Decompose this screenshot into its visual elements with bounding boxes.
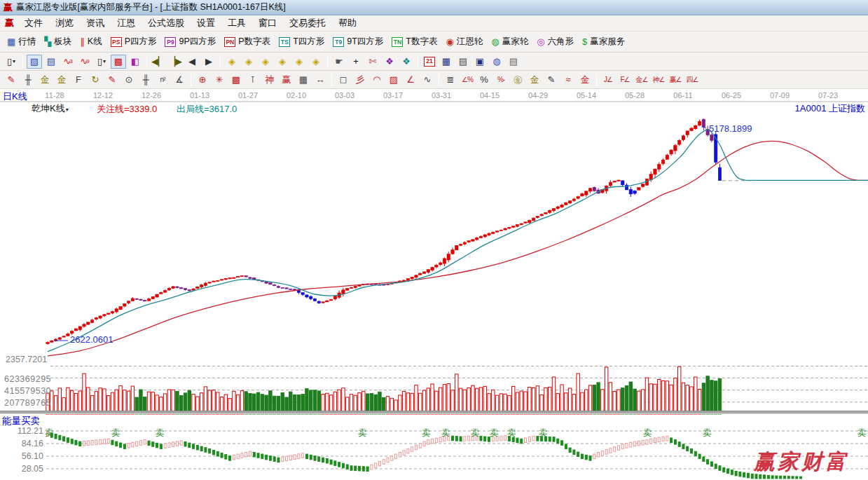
pane-splitter[interactable] <box>0 411 868 414</box>
tool-gold-split-lines-2-icon[interactable]: 金 <box>54 73 69 87</box>
tool-print-icon[interactable]: ▤ <box>506 55 521 69</box>
tool-export-web-icon[interactable]: ◍ <box>489 55 504 69</box>
tool-pan-right-icon[interactable]: ◈ <box>241 55 256 69</box>
toolbar-button-kline[interactable]: ∥K线 <box>76 34 106 49</box>
tool-percent-line-icon[interactable]: %- <box>493 73 509 87</box>
tool-n-square-icon[interactable]: n² <box>155 73 170 87</box>
tool-expand-view-icon[interactable]: ◈ <box>308 55 324 69</box>
toolbar-button-9t-square[interactable]: T99T四方形 <box>329 34 387 49</box>
tool-crosshair-tool-icon[interactable]: + <box>348 55 364 69</box>
tool-save-icon[interactable]: ▣ <box>472 55 488 69</box>
tool-fib-lines-icon[interactable]: F <box>71 73 86 87</box>
tool-gann-web-icon[interactable]: ✳ <box>212 73 227 87</box>
tool-price-ruler-icon[interactable]: ≣ <box>443 73 458 87</box>
toolbar-button-quotes[interactable]: ▦行情 <box>3 34 40 49</box>
tool-span-measure-icon[interactable]: ↔ <box>312 73 328 87</box>
tool-winner-tool-icon[interactable]: 赢 <box>279 73 294 87</box>
tool-annotate-tool-icon[interactable]: ✄ <box>365 55 380 69</box>
tool-ink-marker-icon[interactable]: ✎ <box>544 73 559 87</box>
toolbar-button-gann-wheel[interactable]: ◉江恩轮 <box>442 34 488 49</box>
tool-hand-tool-icon[interactable]: ☛ <box>331 55 347 69</box>
tool-gann-fan-icon[interactable]: ⊕ <box>195 73 210 87</box>
tool-angle-mirror-icon[interactable]: ∡ <box>172 73 187 87</box>
tool-arc-box-icon[interactable]: ◠ <box>369 73 385 87</box>
menu-tools[interactable]: 工具 <box>221 15 252 31</box>
tool-ray-fan-icon[interactable]: 彡 <box>352 73 368 87</box>
tool-f-angle-icon[interactable]: F∠ <box>617 73 633 87</box>
tool-draw-pencil-2-icon[interactable]: ✎ <box>104 73 120 87</box>
svg-text:卖: 卖 <box>441 428 450 438</box>
tool-gold-split-lines-icon[interactable]: 金 <box>37 73 53 87</box>
tool-gann-tool-purple-icon[interactable]: ❖ <box>382 55 397 69</box>
tool-gold-red-icon[interactable]: 金 <box>577 73 593 87</box>
tool-kline-style-icon[interactable]: ▯▾ <box>4 55 19 69</box>
toolbar-button-hexagon[interactable]: ◎六角形 <box>532 34 578 49</box>
tool-percent-icon[interactable]: % <box>476 73 492 87</box>
tool-winner-angle-icon[interactable]: 赢∠ <box>668 73 683 87</box>
tool-wave-9-icon[interactable]: ∿9 <box>77 55 92 69</box>
chart-area[interactable]: 11-2812-1212-2601-1301-2702-1003-0303-17… <box>0 89 868 480</box>
toolbar-button-9p-square[interactable]: P99P四方形 <box>160 34 220 49</box>
tool-time-circle-icon[interactable]: ⊙ <box>121 73 137 87</box>
tool-gann-tool-teal-icon[interactable]: ❖ <box>399 55 414 69</box>
tool-percent-angle-icon[interactable]: ∠% <box>460 73 475 87</box>
tool-color-histogram-icon[interactable]: ◧ <box>128 55 143 69</box>
menu-news[interactable]: 资讯 <box>80 15 111 31</box>
tool-grid-lines-icon[interactable]: ╫ <box>138 73 153 87</box>
tool-jump-first-icon[interactable]: ◀▏ <box>151 55 166 69</box>
menu-formula-pick[interactable]: 公式选股 <box>142 15 191 31</box>
tool-j-angle-icon[interactable]: J∠ <box>600 73 616 87</box>
tool-step-forward-icon[interactable]: ▶ <box>201 55 216 69</box>
tool-magic-angle-icon[interactable]: 神∠ <box>651 73 666 87</box>
tool-magic-tool-icon[interactable]: 神 <box>262 73 277 87</box>
tool-gann-box-icon[interactable]: ▩ <box>228 73 244 87</box>
menu-trade[interactable]: 交易委托 <box>283 15 332 31</box>
menu-gann[interactable]: 江恩 <box>111 15 142 31</box>
toolbar-button-t-square[interactable]: TST四方形 <box>275 34 329 49</box>
menu-file[interactable]: 文件 <box>18 15 49 31</box>
tool-wave-line-icon[interactable]: ∿ <box>420 73 435 87</box>
toolbar-button-p-number-table[interactable]: PNP数字表 <box>220 34 275 49</box>
quotes-label: 行情 <box>18 36 36 48</box>
tool-zoom-in-h-icon[interactable]: ◈ <box>275 55 290 69</box>
tool-compress-view-icon[interactable]: ◈ <box>291 55 307 69</box>
tool-number-grid-icon[interactable]: ▦ <box>296 73 311 87</box>
tool-four-angle-icon[interactable]: 四∠ <box>684 73 700 87</box>
tool-shade-box-icon[interactable]: ▨ <box>386 73 401 87</box>
tool-calendar-icon[interactable]: 21 <box>422 55 437 69</box>
toolbar-button-winner-wheel[interactable]: ◍赢家轮 <box>487 34 532 49</box>
tool-f10-info-icon[interactable]: ▤ <box>43 55 59 69</box>
tool-gold-levels-icon[interactable]: 金 <box>527 73 542 87</box>
svg-text:05-28: 05-28 <box>625 91 645 100</box>
tool-step-back-icon[interactable]: ◀ <box>184 55 200 69</box>
tool-band-wave-icon[interactable]: ≈ <box>560 73 576 87</box>
toolbar-button-sectors[interactable]: ▚板块 <box>40 34 76 49</box>
kline-type-dropdown[interactable]: 乾坤K线▾ <box>32 102 69 115</box>
tool-gold-angle-icon[interactable]: 金∠ <box>634 73 649 87</box>
tool-time-seg-icon[interactable]: ⊺ <box>245 73 261 87</box>
volume-tick-label: 623369295 <box>4 374 51 384</box>
menu-help[interactable]: 帮助 <box>332 15 363 31</box>
menu-browse[interactable]: 浏览 <box>49 15 80 31</box>
tool-pan-left-icon[interactable]: ◈ <box>224 55 240 69</box>
tool-spiral-icon[interactable]: ↻ <box>88 73 103 87</box>
toolbar-button-winner-service[interactable]: $赢家服务 <box>578 34 629 49</box>
menu-window[interactable]: 窗口 <box>252 15 283 31</box>
kline-chart-svg[interactable]: 11-2812-1212-2601-1301-2702-1003-0303-17… <box>0 89 868 480</box>
tool-draw-pencil-icon[interactable]: ✎ <box>4 73 19 87</box>
tool-wave-3-icon[interactable]: ∿3 <box>60 55 76 69</box>
tool-h-lines-icon[interactable]: ╫ <box>20 73 36 87</box>
tool-candle-type-icon[interactable]: ▯▾ <box>94 55 109 69</box>
toolbar-button-t-number-table[interactable]: TNT数字表 <box>387 34 441 49</box>
toolbar-button-p-square[interactable]: PSP四方形 <box>106 34 161 49</box>
tool-zoom-out-h-icon[interactable]: ◈ <box>258 55 273 69</box>
tool-notes-icon[interactable]: ▤ <box>455 55 471 69</box>
menu-settings[interactable]: 设置 <box>191 15 221 31</box>
tool-jump-last-icon[interactable]: ▕▶ <box>167 55 183 69</box>
tool-box-tool-icon[interactable]: ◻ <box>336 73 351 87</box>
tool-angle-line-icon[interactable]: ∠ <box>403 73 418 87</box>
tool-qiankun-grid-icon[interactable]: ▩ <box>111 55 126 69</box>
tool-chart-window-icon[interactable]: ▧ <box>27 55 42 69</box>
tool-gold-circle-icon[interactable]: ㊎ <box>510 73 525 87</box>
tool-calculator-icon[interactable]: ▦ <box>439 55 454 69</box>
